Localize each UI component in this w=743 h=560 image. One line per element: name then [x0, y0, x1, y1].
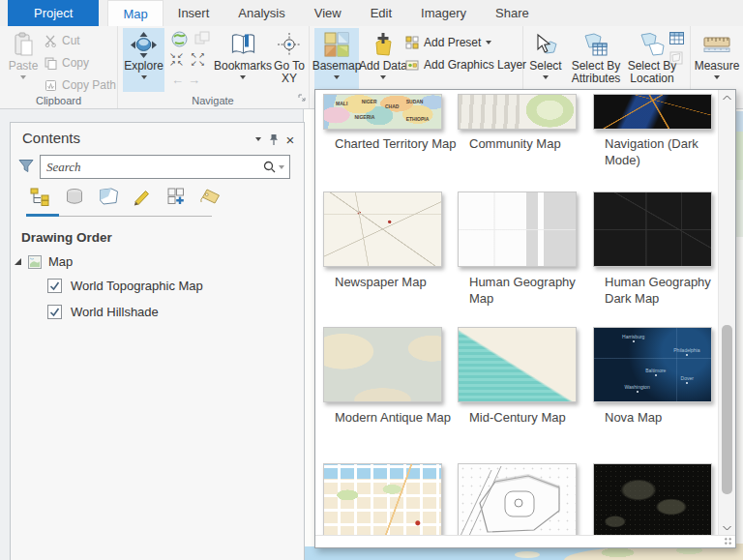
scroll-down-icon[interactable] [719, 525, 735, 531]
zoom-extent-buttons: ↘↙↗↖ ↖↗↙↘ [169, 52, 206, 68]
tab-insert[interactable]: Insert [163, 0, 224, 26]
paste-icon [12, 30, 35, 59]
tab-view[interactable]: View [300, 0, 356, 26]
basemap-item-nova[interactable]: Harrisburg Philadelphia Baltimore Washin… [593, 327, 712, 402]
panel-close-icon[interactable]: × [283, 133, 297, 146]
cut-icon [45, 35, 57, 47]
cut-button[interactable]: Cut [45, 32, 80, 49]
basemap-item-community[interactable] [458, 94, 577, 130]
gallery-scrollbar[interactable] [718, 90, 735, 536]
add-preset-button[interactable]: Add Preset [405, 34, 491, 51]
basemap-item-label: Modern Antique Map [323, 409, 462, 426]
basemap-item-modern-antique[interactable] [323, 327, 442, 402]
measure-button[interactable]: Measure [695, 28, 739, 92]
basemap-icon [324, 30, 349, 59]
basemap-item-navigation-dark[interactable] [593, 94, 712, 130]
copy-button[interactable]: Copy [45, 54, 89, 72]
attributes-button[interactable] [669, 31, 684, 48]
add-preset-caret [486, 41, 491, 44]
layer-checkbox[interactable] [47, 305, 62, 319]
scroll-up-icon[interactable] [719, 95, 735, 101]
select-caret [543, 75, 549, 79]
layer-checkbox[interactable] [47, 279, 62, 293]
go-to-xy-button[interactable]: Go To XY [272, 28, 307, 92]
tab-project[interactable]: Project [8, 0, 99, 26]
tab-editing-view[interactable] [130, 186, 155, 207]
add-graphics-layer-button[interactable]: Add Graphics Layer [405, 56, 526, 74]
clear-selection-button[interactable] [669, 51, 683, 69]
tab-snapping-view[interactable] [163, 186, 189, 207]
basemap-item-label: Charted Territory Map [323, 135, 462, 152]
panel-menu-caret[interactable] [252, 133, 265, 146]
copy-path-button[interactable]: Copy Path [45, 76, 116, 94]
search-input[interactable] [41, 160, 263, 175]
basemap-item-newspaper[interactable] [323, 192, 442, 267]
tab-data-sources[interactable] [62, 186, 87, 207]
clipboard-group-label: Clipboard [0, 95, 117, 106]
bookmarks-button[interactable]: Bookmarks [216, 28, 270, 92]
explore-caret [141, 75, 147, 79]
paste-button[interactable]: Paste [4, 28, 43, 92]
zoom-in-extent-icon[interactable]: ↘↙↗↖ [169, 52, 185, 68]
add-data-button[interactable]: Add Data [365, 28, 401, 92]
select-by-attributes-button[interactable]: Select By Attributes [567, 28, 625, 92]
expand-triangle-icon[interactable] [15, 258, 21, 265]
select-by-location-icon [639, 30, 665, 59]
tab-map[interactable]: Map [107, 0, 163, 26]
previous-next-extent-buttons[interactable]: ←→ [171, 73, 204, 87]
arcgis-pro-window: Project Map Insert Analysis View Edit Im… [0, 0, 743, 560]
basemap-item-label: Navigation (Dark Mode) [593, 135, 718, 168]
bookmarks-caret [240, 75, 246, 79]
navigate-group-label: Navigate [117, 95, 309, 106]
tab-edit[interactable]: Edit [356, 0, 406, 26]
contents-panel-title: Contents [22, 130, 80, 146]
basemap-item-label: Mid-Century Map [458, 409, 597, 426]
measure-caret [714, 75, 720, 79]
basemap-item-charted-territory[interactable]: MALI NIGER CHAD SUDAN NIGERIA ETHIOPIA [323, 94, 442, 130]
tab-drawing-order[interactable] [28, 186, 53, 207]
basemap-item-streets[interactable] [323, 463, 442, 536]
basemap-item-label: Community Map [458, 135, 597, 152]
explore-button[interactable]: Explore [123, 28, 164, 92]
ribbon-group-clipboard: Paste Cut Copy Copy Path Clipboard [0, 26, 118, 108]
select-icon [534, 30, 558, 59]
add-graphics-layer-icon [405, 59, 419, 72]
basemap-item-human-geography[interactable] [458, 192, 577, 267]
full-extent-button[interactable] [171, 31, 188, 51]
gallery-footer [315, 535, 735, 547]
clip-tool-icon[interactable] [194, 31, 211, 51]
select-button[interactable]: Select [526, 28, 565, 92]
basemap-item-human-geography-dark[interactable] [593, 192, 712, 267]
globe-icon [171, 31, 188, 47]
resize-grip-icon[interactable] [724, 537, 732, 545]
basemap-item-label: Human Geography Dark Map [593, 274, 718, 307]
ribbon-group-navigate: Explore ↘↙↗↖ ↖↗↙↘ ←→ Bookmarks [117, 26, 310, 108]
map-tree-item[interactable]: Map [15, 254, 73, 269]
layer-row-topographic[interactable]: World Topographic Map [47, 279, 203, 293]
copy-icon [45, 57, 57, 70]
basemap-item-sketch[interactable] [458, 463, 577, 536]
tab-labeling-view[interactable] [197, 186, 223, 207]
basemap-item-label: Nova Map [593, 409, 718, 426]
basemap-item-mid-century[interactable] [458, 327, 577, 402]
search-icon[interactable] [263, 161, 279, 173]
tab-selection-view[interactable] [96, 186, 121, 207]
measure-ruler-icon [703, 30, 730, 59]
copy-path-icon [45, 79, 57, 92]
tab-analysis[interactable]: Analysis [223, 0, 299, 26]
panel-pin-icon[interactable] [267, 133, 281, 146]
basemap-item-imagery-dark[interactable] [593, 463, 712, 536]
scrollbar-thumb[interactable] [722, 325, 732, 494]
tab-share[interactable]: Share [481, 0, 544, 26]
layer-row-hillshade[interactable]: World Hillshade [47, 305, 159, 319]
add-data-caret [380, 75, 386, 79]
add-data-icon [371, 30, 396, 59]
basemap-gallery-grid: MALI NIGER CHAD SUDAN NIGERIA ETHIOPIA C… [315, 90, 718, 536]
zoom-out-extent-icon[interactable]: ↖↗↙↘ [191, 52, 206, 68]
search-box [40, 155, 290, 179]
basemap-button[interactable]: Basemap [314, 28, 359, 92]
filter-icon[interactable] [18, 159, 34, 177]
select-by-attributes-icon [583, 30, 609, 59]
search-options-caret[interactable] [279, 165, 284, 169]
tab-imagery[interactable]: Imagery [406, 0, 481, 26]
